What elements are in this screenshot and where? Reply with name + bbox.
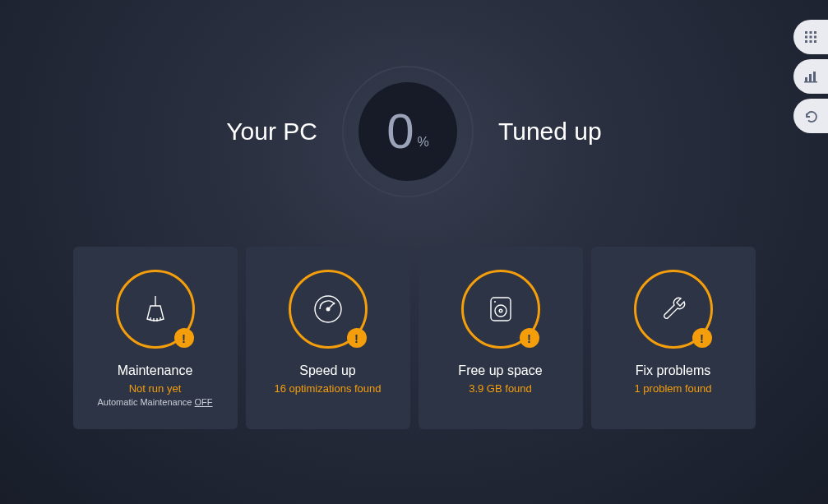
wrench-icon: ! (634, 270, 713, 349)
svg-rect-10 (810, 36, 812, 39)
undo-icon (804, 109, 818, 123)
svg-rect-14 (814, 40, 816, 43)
cards-row: ! Maintenance Not run yet Automatic Main… (0, 247, 828, 429)
svg-point-3 (495, 305, 507, 317)
warning-badge-icon: ! (520, 328, 539, 348)
freeup-card[interactable]: ! Free up space 3.9 GB found (419, 247, 583, 429)
speedometer-icon: ! (289, 270, 368, 349)
warning-badge-icon: ! (347, 328, 367, 348)
warning-badge-icon: ! (692, 328, 712, 348)
svg-point-5 (494, 301, 496, 303)
fix-problems-card[interactable]: ! Fix problems 1 problem found (591, 247, 756, 429)
card-status: 1 problem found (635, 382, 712, 395)
disk-icon: ! (461, 270, 540, 349)
warning-badge-icon: ! (174, 328, 194, 348)
svg-rect-15 (805, 77, 807, 81)
stats-button[interactable] (793, 59, 828, 94)
auto-maintenance-label: Automatic Maintenance OFF (97, 397, 212, 407)
svg-rect-9 (805, 36, 807, 39)
svg-rect-18 (804, 81, 817, 83)
card-title: Free up space (458, 363, 542, 378)
card-title: Fix problems (636, 363, 711, 378)
apps-grid-button[interactable] (793, 20, 828, 54)
hero-label-right: Tuned up (498, 118, 602, 146)
card-status: 16 optimizations found (274, 382, 381, 395)
svg-rect-7 (810, 31, 812, 34)
bar-chart-icon (804, 70, 817, 83)
gauge-unit: % (418, 135, 429, 150)
svg-rect-12 (805, 40, 807, 43)
speedup-card[interactable]: ! Speed up 16 optimizations found (246, 247, 410, 429)
gauge-value: 0 (386, 107, 414, 156)
svg-point-4 (499, 309, 502, 312)
hero-label-left: Your PC (226, 118, 317, 146)
svg-rect-8 (814, 31, 816, 34)
hero-section: Your PC 0 % Tuned up (0, 0, 828, 197)
side-toolbar (793, 20, 828, 133)
card-status: 3.9 GB found (469, 382, 532, 395)
broom-icon: ! (116, 270, 195, 349)
svg-rect-17 (813, 72, 816, 81)
card-title: Speed up (299, 363, 356, 378)
svg-rect-6 (805, 31, 807, 34)
history-button[interactable] (793, 99, 828, 133)
svg-rect-11 (814, 36, 816, 39)
svg-rect-16 (809, 74, 812, 81)
grid-icon (804, 30, 817, 44)
maintenance-card[interactable]: ! Maintenance Not run yet Automatic Main… (73, 247, 238, 429)
svg-rect-13 (810, 40, 812, 43)
auto-maintenance-toggle[interactable]: OFF (195, 397, 213, 407)
tuneup-gauge: 0 % (342, 66, 474, 197)
card-title: Maintenance (118, 363, 193, 378)
card-status: Not run yet (129, 382, 182, 395)
